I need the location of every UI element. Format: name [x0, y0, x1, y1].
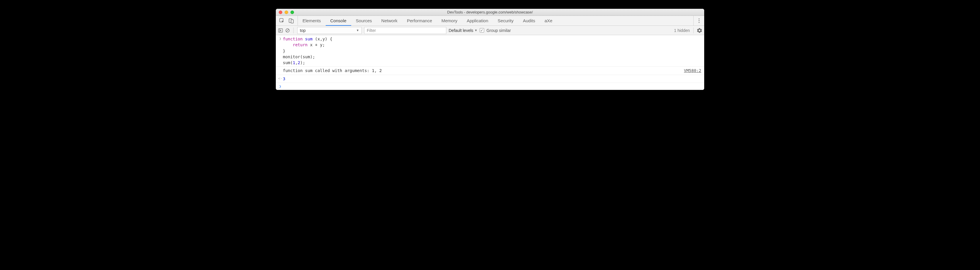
tab-memory[interactable]: Memory — [437, 16, 462, 25]
tab-performance[interactable]: Performance — [402, 16, 437, 25]
tab-audits[interactable]: Audits — [518, 16, 540, 25]
clear-console-icon[interactable] — [285, 28, 290, 33]
levels-label: Default levels — [449, 28, 473, 33]
tab-network[interactable]: Network — [377, 16, 402, 25]
tab-axe[interactable]: aXe — [540, 16, 557, 25]
console-prompt-row[interactable]: ❯ — [276, 83, 704, 90]
prompt-marker-icon: ❯ — [278, 84, 283, 89]
console-log-row: function sum called with arguments: 1, 2… — [276, 67, 704, 75]
inspect-element-icon[interactable] — [279, 18, 285, 24]
traffic-lights — [276, 11, 294, 14]
execution-context-select[interactable]: top ▼ — [297, 27, 362, 34]
console-filter-input[interactable] — [364, 27, 446, 34]
panel-tabs: ElementsConsoleSourcesNetworkPerformance… — [298, 16, 693, 25]
log-level-select[interactable]: Default levels ▼ — [449, 28, 477, 33]
group-similar-checkbox[interactable]: ✓ — [480, 28, 484, 33]
console-input-row: ❯ function sum (x,y) { return x + y; } m… — [276, 35, 704, 67]
log-gutter — [278, 68, 283, 68]
input-marker-icon: ❯ — [278, 36, 283, 41]
console-toolbar: top ▼ Default levels ▼ ✓ Group similar 1… — [276, 26, 704, 35]
hidden-messages-count[interactable]: 1 hidden — [674, 28, 690, 33]
separator — [293, 27, 294, 33]
svg-line-5 — [286, 29, 289, 32]
tab-elements[interactable]: Elements — [298, 16, 326, 25]
tab-console[interactable]: Console — [326, 16, 351, 25]
toggle-device-icon[interactable] — [289, 18, 294, 24]
more-options-icon[interactable] — [697, 18, 701, 24]
separator — [693, 27, 694, 33]
output-marker-icon: <· — [278, 76, 283, 81]
window-title: DevTools - developers.google.com/web/sho… — [276, 10, 704, 14]
input-code: function sum (x,y) { return x + y; } mon… — [283, 36, 702, 66]
zoom-window-button[interactable] — [291, 11, 294, 14]
context-value: top — [300, 28, 305, 33]
close-window-button[interactable] — [279, 11, 282, 14]
tab-application[interactable]: Application — [462, 16, 493, 25]
chevron-down-icon: ▼ — [474, 29, 477, 32]
svg-rect-2 — [291, 20, 293, 23]
devtools-window: DevTools - developers.google.com/web/sho… — [276, 9, 704, 90]
chevron-down-icon: ▼ — [356, 29, 359, 32]
console-settings-icon[interactable] — [697, 28, 702, 33]
group-similar-label: Group similar — [487, 28, 511, 33]
devtools-tabbar: ElementsConsoleSourcesNetworkPerformance… — [276, 16, 704, 26]
tab-sources[interactable]: Sources — [351, 16, 377, 25]
console-output: ❯ function sum (x,y) { return x + y; } m… — [276, 35, 704, 90]
show-console-sidebar-icon[interactable] — [278, 28, 283, 33]
minimize-window-button[interactable] — [285, 11, 288, 14]
window-titlebar: DevTools - developers.google.com/web/sho… — [276, 9, 704, 16]
message-source-link[interactable]: VM580:2 — [684, 68, 702, 74]
tab-security[interactable]: Security — [493, 16, 518, 25]
result-value: 3 — [283, 76, 702, 82]
console-result-row: <· 3 — [276, 75, 704, 83]
log-message: function sum called with arguments: 1, 2 — [283, 68, 684, 74]
